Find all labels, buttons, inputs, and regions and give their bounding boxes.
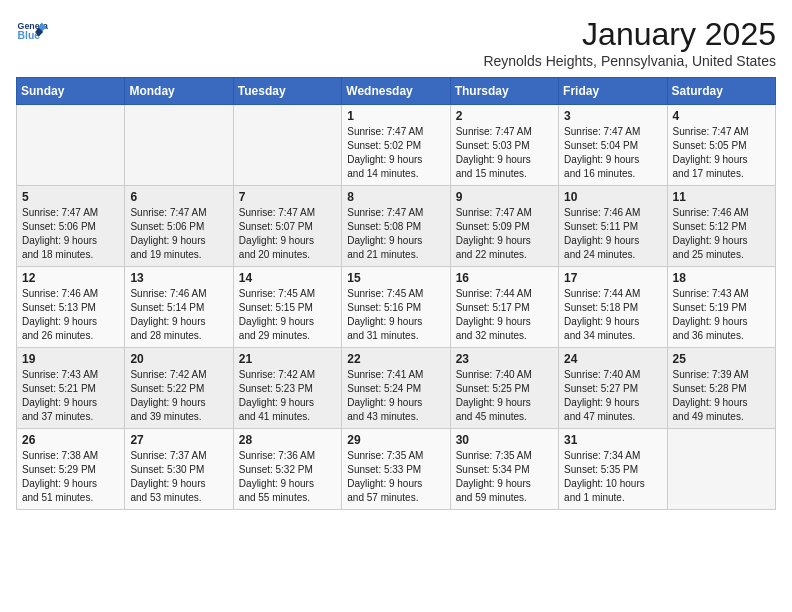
day-info: Sunrise: 7:40 AM Sunset: 5:25 PM Dayligh…: [456, 368, 553, 424]
day-number: 4: [673, 109, 770, 123]
weekday-header-thursday: Thursday: [450, 78, 558, 105]
day-cell-23: 23Sunrise: 7:40 AM Sunset: 5:25 PM Dayli…: [450, 348, 558, 429]
day-info: Sunrise: 7:45 AM Sunset: 5:16 PM Dayligh…: [347, 287, 444, 343]
day-cell-31: 31Sunrise: 7:34 AM Sunset: 5:35 PM Dayli…: [559, 429, 667, 510]
day-number: 16: [456, 271, 553, 285]
day-number: 30: [456, 433, 553, 447]
day-info: Sunrise: 7:42 AM Sunset: 5:22 PM Dayligh…: [130, 368, 227, 424]
day-cell-22: 22Sunrise: 7:41 AM Sunset: 5:24 PM Dayli…: [342, 348, 450, 429]
day-cell-1: 1Sunrise: 7:47 AM Sunset: 5:02 PM Daylig…: [342, 105, 450, 186]
day-info: Sunrise: 7:47 AM Sunset: 5:07 PM Dayligh…: [239, 206, 336, 262]
day-info: Sunrise: 7:43 AM Sunset: 5:21 PM Dayligh…: [22, 368, 119, 424]
day-info: Sunrise: 7:47 AM Sunset: 5:04 PM Dayligh…: [564, 125, 661, 181]
day-number: 29: [347, 433, 444, 447]
day-cell-9: 9Sunrise: 7:47 AM Sunset: 5:09 PM Daylig…: [450, 186, 558, 267]
day-cell-13: 13Sunrise: 7:46 AM Sunset: 5:14 PM Dayli…: [125, 267, 233, 348]
day-number: 23: [456, 352, 553, 366]
logo-icon: General Blue: [16, 16, 48, 48]
calendar-table: SundayMondayTuesdayWednesdayThursdayFrid…: [16, 77, 776, 510]
week-row-4: 19Sunrise: 7:43 AM Sunset: 5:21 PM Dayli…: [17, 348, 776, 429]
day-number: 20: [130, 352, 227, 366]
day-info: Sunrise: 7:47 AM Sunset: 5:05 PM Dayligh…: [673, 125, 770, 181]
day-info: Sunrise: 7:46 AM Sunset: 5:11 PM Dayligh…: [564, 206, 661, 262]
day-number: 28: [239, 433, 336, 447]
weekday-header-monday: Monday: [125, 78, 233, 105]
day-info: Sunrise: 7:46 AM Sunset: 5:12 PM Dayligh…: [673, 206, 770, 262]
day-number: 19: [22, 352, 119, 366]
day-cell-5: 5Sunrise: 7:47 AM Sunset: 5:06 PM Daylig…: [17, 186, 125, 267]
day-info: Sunrise: 7:43 AM Sunset: 5:19 PM Dayligh…: [673, 287, 770, 343]
day-cell-6: 6Sunrise: 7:47 AM Sunset: 5:06 PM Daylig…: [125, 186, 233, 267]
day-info: Sunrise: 7:47 AM Sunset: 5:06 PM Dayligh…: [130, 206, 227, 262]
day-info: Sunrise: 7:38 AM Sunset: 5:29 PM Dayligh…: [22, 449, 119, 505]
day-cell-27: 27Sunrise: 7:37 AM Sunset: 5:30 PM Dayli…: [125, 429, 233, 510]
weekday-header-saturday: Saturday: [667, 78, 775, 105]
day-cell-17: 17Sunrise: 7:44 AM Sunset: 5:18 PM Dayli…: [559, 267, 667, 348]
day-number: 1: [347, 109, 444, 123]
week-row-5: 26Sunrise: 7:38 AM Sunset: 5:29 PM Dayli…: [17, 429, 776, 510]
day-info: Sunrise: 7:47 AM Sunset: 5:08 PM Dayligh…: [347, 206, 444, 262]
weekday-header-tuesday: Tuesday: [233, 78, 341, 105]
day-number: 3: [564, 109, 661, 123]
day-cell-8: 8Sunrise: 7:47 AM Sunset: 5:08 PM Daylig…: [342, 186, 450, 267]
weekday-header-friday: Friday: [559, 78, 667, 105]
day-info: Sunrise: 7:47 AM Sunset: 5:09 PM Dayligh…: [456, 206, 553, 262]
day-cell-16: 16Sunrise: 7:44 AM Sunset: 5:17 PM Dayli…: [450, 267, 558, 348]
day-number: 5: [22, 190, 119, 204]
day-info: Sunrise: 7:44 AM Sunset: 5:18 PM Dayligh…: [564, 287, 661, 343]
day-number: 12: [22, 271, 119, 285]
month-title: January 2025: [483, 16, 776, 53]
logo: General Blue: [16, 16, 48, 48]
day-number: 31: [564, 433, 661, 447]
day-info: Sunrise: 7:36 AM Sunset: 5:32 PM Dayligh…: [239, 449, 336, 505]
day-info: Sunrise: 7:44 AM Sunset: 5:17 PM Dayligh…: [456, 287, 553, 343]
title-block: January 2025 Reynolds Heights, Pennsylva…: [483, 16, 776, 69]
day-number: 2: [456, 109, 553, 123]
day-cell-24: 24Sunrise: 7:40 AM Sunset: 5:27 PM Dayli…: [559, 348, 667, 429]
day-number: 6: [130, 190, 227, 204]
weekday-header-sunday: Sunday: [17, 78, 125, 105]
day-info: Sunrise: 7:42 AM Sunset: 5:23 PM Dayligh…: [239, 368, 336, 424]
day-number: 25: [673, 352, 770, 366]
day-info: Sunrise: 7:39 AM Sunset: 5:28 PM Dayligh…: [673, 368, 770, 424]
day-number: 8: [347, 190, 444, 204]
weekday-header-wednesday: Wednesday: [342, 78, 450, 105]
day-number: 24: [564, 352, 661, 366]
day-cell-19: 19Sunrise: 7:43 AM Sunset: 5:21 PM Dayli…: [17, 348, 125, 429]
empty-cell: [17, 105, 125, 186]
day-number: 9: [456, 190, 553, 204]
day-info: Sunrise: 7:37 AM Sunset: 5:30 PM Dayligh…: [130, 449, 227, 505]
day-cell-15: 15Sunrise: 7:45 AM Sunset: 5:16 PM Dayli…: [342, 267, 450, 348]
day-info: Sunrise: 7:47 AM Sunset: 5:02 PM Dayligh…: [347, 125, 444, 181]
day-info: Sunrise: 7:46 AM Sunset: 5:13 PM Dayligh…: [22, 287, 119, 343]
day-info: Sunrise: 7:47 AM Sunset: 5:03 PM Dayligh…: [456, 125, 553, 181]
day-cell-18: 18Sunrise: 7:43 AM Sunset: 5:19 PM Dayli…: [667, 267, 775, 348]
day-info: Sunrise: 7:45 AM Sunset: 5:15 PM Dayligh…: [239, 287, 336, 343]
day-number: 11: [673, 190, 770, 204]
day-info: Sunrise: 7:35 AM Sunset: 5:33 PM Dayligh…: [347, 449, 444, 505]
day-cell-11: 11Sunrise: 7:46 AM Sunset: 5:12 PM Dayli…: [667, 186, 775, 267]
day-number: 17: [564, 271, 661, 285]
day-cell-7: 7Sunrise: 7:47 AM Sunset: 5:07 PM Daylig…: [233, 186, 341, 267]
empty-cell: [233, 105, 341, 186]
day-cell-29: 29Sunrise: 7:35 AM Sunset: 5:33 PM Dayli…: [342, 429, 450, 510]
empty-cell: [667, 429, 775, 510]
day-number: 27: [130, 433, 227, 447]
day-info: Sunrise: 7:47 AM Sunset: 5:06 PM Dayligh…: [22, 206, 119, 262]
week-row-1: 1Sunrise: 7:47 AM Sunset: 5:02 PM Daylig…: [17, 105, 776, 186]
day-number: 21: [239, 352, 336, 366]
day-cell-4: 4Sunrise: 7:47 AM Sunset: 5:05 PM Daylig…: [667, 105, 775, 186]
empty-cell: [125, 105, 233, 186]
day-cell-3: 3Sunrise: 7:47 AM Sunset: 5:04 PM Daylig…: [559, 105, 667, 186]
day-number: 10: [564, 190, 661, 204]
day-cell-26: 26Sunrise: 7:38 AM Sunset: 5:29 PM Dayli…: [17, 429, 125, 510]
day-number: 22: [347, 352, 444, 366]
day-info: Sunrise: 7:41 AM Sunset: 5:24 PM Dayligh…: [347, 368, 444, 424]
day-info: Sunrise: 7:40 AM Sunset: 5:27 PM Dayligh…: [564, 368, 661, 424]
day-info: Sunrise: 7:34 AM Sunset: 5:35 PM Dayligh…: [564, 449, 661, 505]
week-row-3: 12Sunrise: 7:46 AM Sunset: 5:13 PM Dayli…: [17, 267, 776, 348]
day-cell-14: 14Sunrise: 7:45 AM Sunset: 5:15 PM Dayli…: [233, 267, 341, 348]
day-cell-20: 20Sunrise: 7:42 AM Sunset: 5:22 PM Dayli…: [125, 348, 233, 429]
location: Reynolds Heights, Pennsylvania, United S…: [483, 53, 776, 69]
day-info: Sunrise: 7:35 AM Sunset: 5:34 PM Dayligh…: [456, 449, 553, 505]
